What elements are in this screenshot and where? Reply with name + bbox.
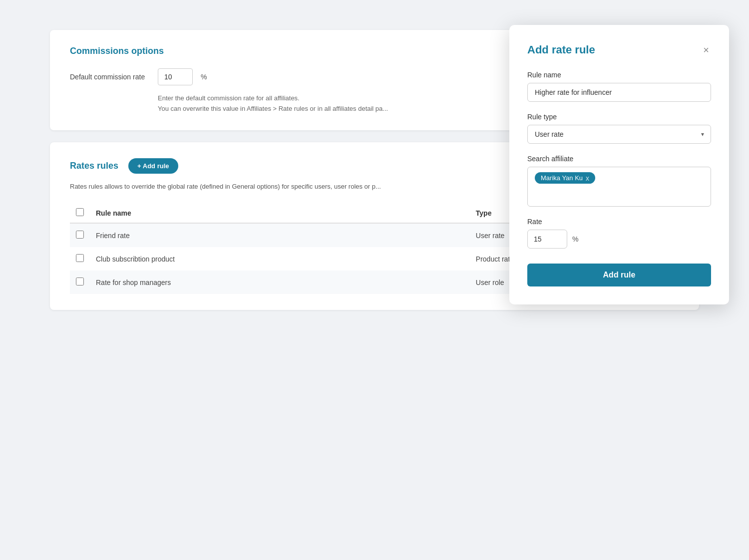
row-checkbox-cell: [70, 271, 90, 294]
page-wrapper: Commissions options Default commission r…: [50, 30, 699, 322]
col-rule-name-header: Rule name: [90, 203, 470, 223]
row-checkbox-2[interactable]: [76, 278, 84, 285]
col-checkbox: [70, 203, 90, 223]
modal-close-button[interactable]: ×: [701, 43, 711, 57]
search-affiliate-group: Search affiliate Marika Yan Ku x: [527, 155, 711, 207]
row-rule-name: Friend rate: [90, 223, 470, 247]
rule-type-select[interactable]: User rate Product rate User role: [527, 125, 711, 144]
row-rule-name: Club subscribtion product: [90, 247, 470, 271]
modal-title: Add rate rule: [527, 43, 595, 56]
rule-name-label: Rule name: [527, 71, 711, 79]
default-rate-input[interactable]: [158, 68, 193, 85]
row-checkbox-cell: [70, 247, 90, 271]
rate-group: Rate %: [527, 218, 711, 249]
rate-label: Rate: [527, 218, 711, 226]
tag-remove-button[interactable]: x: [586, 175, 589, 182]
default-rate-pct: %: [201, 73, 207, 81]
rule-name-group: Rule name: [527, 71, 711, 102]
search-affiliate-input[interactable]: Marika Yan Ku x: [527, 167, 711, 207]
rule-type-select-wrapper: User rate Product rate User role ▾: [527, 125, 711, 144]
search-affiliate-label: Search affiliate: [527, 155, 711, 163]
rates-rules-title: Rates rules: [70, 161, 118, 171]
row-checkbox-0[interactable]: [76, 231, 84, 239]
rate-input[interactable]: [527, 230, 567, 249]
submit-add-rule-button[interactable]: Add rule: [527, 264, 711, 286]
rate-row: %: [527, 230, 711, 249]
add-rule-button[interactable]: + Add rule: [128, 158, 178, 174]
rule-type-label: Rule type: [527, 113, 711, 121]
rate-pct-symbol: %: [572, 235, 578, 243]
row-checkbox-cell: [70, 223, 90, 247]
select-all-checkbox[interactable]: [76, 208, 84, 216]
default-rate-label: Default commission rate: [70, 73, 150, 81]
row-checkbox-1[interactable]: [76, 254, 84, 262]
affiliate-tag: Marika Yan Ku x: [535, 172, 595, 184]
modal-header: Add rate rule ×: [527, 43, 711, 57]
row-rule-name: Rate for shop managers: [90, 271, 470, 294]
rule-type-group: Rule type User rate Product rate User ro…: [527, 113, 711, 144]
tag-label: Marika Yan Ku: [541, 174, 583, 182]
rule-name-input[interactable]: [527, 83, 711, 102]
add-rate-rule-modal: Add rate rule × Rule name Rule type User…: [509, 25, 729, 304]
